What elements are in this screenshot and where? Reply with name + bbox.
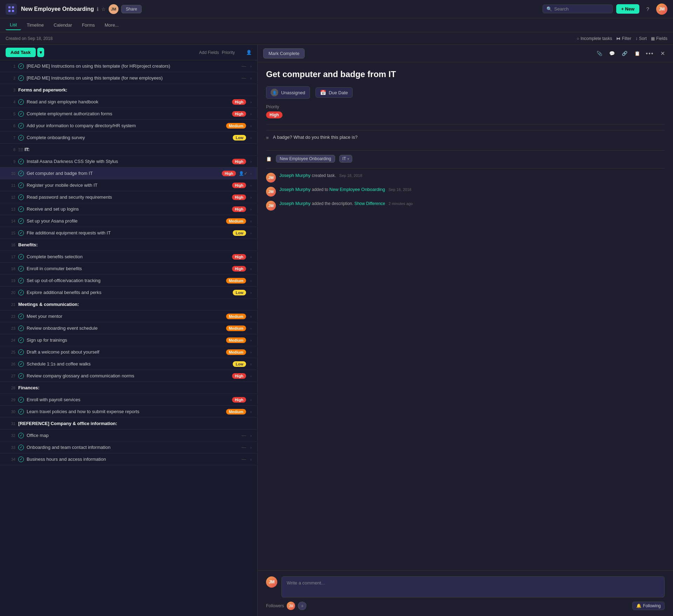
tab-calendar[interactable]: Calendar xyxy=(49,20,76,30)
attachment-button[interactable]: 📎 xyxy=(594,49,604,59)
show-difference-link[interactable]: Show Difference xyxy=(354,201,385,206)
task-row[interactable]: 12✓Read password and security requiremen… xyxy=(0,191,257,203)
task-checkbox[interactable]: ✓ xyxy=(18,326,24,331)
task-chevron-icon[interactable]: › xyxy=(250,171,252,176)
task-checkbox[interactable]: ✓ xyxy=(18,254,24,260)
task-chevron-icon[interactable]: › xyxy=(250,350,252,354)
task-row[interactable]: 5✓Complete employment authorization form… xyxy=(0,108,257,120)
info-icon[interactable]: ℹ xyxy=(97,6,98,12)
task-chevron-icon[interactable]: › xyxy=(250,100,252,104)
task-row[interactable]: 30✓Learn travel policies and how to subm… xyxy=(0,406,257,418)
task-checkbox[interactable]: ✓ xyxy=(18,433,24,438)
task-checkbox[interactable]: ✓ xyxy=(18,278,24,283)
task-row[interactable]: 11✓Register your mobile device with ITHi… xyxy=(0,179,257,191)
task-checkbox[interactable]: ✓ xyxy=(18,266,24,272)
task-row[interactable]: 22✓Meet your mentorMedium› xyxy=(0,310,257,322)
task-row[interactable]: 18✓Enroll in commuter benefitsHigh› xyxy=(0,263,257,275)
activity-user-2[interactable]: Joseph Murphy xyxy=(279,187,311,192)
incomplete-tasks-filter[interactable]: ○ Incomplete tasks xyxy=(577,36,612,41)
user-avatar[interactable]: JM xyxy=(656,4,667,15)
task-chevron-icon[interactable]: › xyxy=(250,231,252,235)
task-checkbox[interactable]: ✓ xyxy=(18,445,24,450)
it-tag[interactable]: IT ▾ xyxy=(339,155,353,163)
task-row[interactable]: 6✓Add your information to company direct… xyxy=(0,120,257,132)
task-row[interactable]: 26✓Schedule 1:1s and coffee walksLow› xyxy=(0,358,257,370)
task-checkbox[interactable]: ✓ xyxy=(18,218,24,224)
task-chevron-icon[interactable]: › xyxy=(250,255,252,259)
star-icon[interactable]: ☆ xyxy=(101,6,106,12)
add-follower-button[interactable]: + xyxy=(298,602,306,610)
assignee-icon[interactable]: 👤✓ xyxy=(239,171,247,176)
task-checkbox[interactable]: ✓ xyxy=(18,206,24,212)
task-checkbox[interactable]: ✓ xyxy=(18,337,24,343)
task-row[interactable]: 25✓Draft a welcome post about yourselfMe… xyxy=(0,346,257,358)
task-chevron-icon[interactable]: › xyxy=(250,267,252,271)
task-row[interactable]: 2✓[READ ME] Instructions on using this t… xyxy=(0,72,257,84)
task-chevron-icon[interactable]: › xyxy=(250,398,252,402)
task-checkbox[interactable]: ✓ xyxy=(18,111,24,117)
task-chevron-icon[interactable]: › xyxy=(250,207,252,211)
task-row[interactable]: 33✓Onboarding and team contact informati… xyxy=(0,442,257,453)
task-chevron-icon[interactable]: › xyxy=(250,159,252,164)
task-chevron-icon[interactable]: › xyxy=(250,410,252,414)
tab-forms[interactable]: Forms xyxy=(78,20,99,30)
share-button[interactable]: Share xyxy=(121,5,142,13)
task-row[interactable]: 23✓Review onboarding event scheduleMediu… xyxy=(0,322,257,334)
task-chevron-icon[interactable]: › xyxy=(250,195,252,199)
following-button[interactable]: 🔔 Following xyxy=(632,602,665,610)
assignee-field[interactable]: 👤 Unassigned xyxy=(266,86,310,99)
sort-button[interactable]: ↕ Sort xyxy=(635,36,647,41)
filter-button[interactable]: ⧓ Filter xyxy=(616,36,631,41)
task-checkbox[interactable]: ✓ xyxy=(18,230,24,236)
task-checkbox[interactable]: ✓ xyxy=(18,409,24,415)
task-chevron-icon[interactable]: › xyxy=(250,445,252,450)
link-button[interactable]: 🔗 xyxy=(620,49,630,59)
priority-badge[interactable]: High xyxy=(266,111,283,118)
task-chevron-icon[interactable]: › xyxy=(250,433,252,438)
more-button[interactable]: ••• xyxy=(645,49,655,59)
task-checkbox[interactable]: ✓ xyxy=(18,361,24,367)
task-chevron-icon[interactable]: › xyxy=(250,124,252,128)
task-checkbox[interactable]: ✓ xyxy=(18,99,24,105)
due-date-field[interactable]: 📅 Due Date xyxy=(315,87,353,98)
task-row[interactable]: 19✓Set up out-of-office/vacation trackin… xyxy=(0,275,257,287)
task-row[interactable]: 24✓Sign up for trainingsMedium› xyxy=(0,334,257,346)
task-chevron-icon[interactable]: › xyxy=(250,183,252,187)
comment-button[interactable]: 💬 xyxy=(607,49,617,59)
task-row[interactable]: 1✓[READ ME] Instructions on using this t… xyxy=(0,60,257,72)
task-checkbox[interactable]: ✓ xyxy=(18,63,24,69)
task-chevron-icon[interactable]: › xyxy=(250,136,252,140)
task-row[interactable]: 4✓Read and sign employee handbookHigh› xyxy=(0,96,257,108)
tab-timeline[interactable]: Timeline xyxy=(22,20,48,30)
add-task-button[interactable]: Add Task xyxy=(6,48,36,57)
task-checkbox[interactable]: ✓ xyxy=(18,135,24,141)
search-bar[interactable]: 🔍 Search xyxy=(543,5,613,13)
task-chevron-icon[interactable]: › xyxy=(250,290,252,295)
task-checkbox[interactable]: ✓ xyxy=(18,194,24,200)
add-task-dropdown-button[interactable]: ▾ xyxy=(37,48,44,57)
tab-list[interactable]: List xyxy=(6,20,21,30)
task-row[interactable]: 10✓Get computer and badge from ITHigh👤✓› xyxy=(0,167,257,179)
task-row[interactable]: 17✓Complete benefits selectionHigh› xyxy=(0,251,257,263)
task-row[interactable]: 34✓Business hours and access information… xyxy=(0,453,257,465)
comment-input[interactable]: Write a comment... xyxy=(281,576,665,597)
task-chevron-icon[interactable]: › xyxy=(250,326,252,330)
help-button[interactable]: ? xyxy=(643,4,653,14)
task-checkbox[interactable]: ✓ xyxy=(18,314,24,319)
task-row[interactable]: 32✓Office map—› xyxy=(0,430,257,442)
task-row[interactable]: 9✓Install Asana Darkness CSS Style with … xyxy=(0,156,257,167)
task-chevron-icon[interactable]: › xyxy=(250,362,252,366)
activity-project-link[interactable]: New Employee Onboarding xyxy=(329,187,385,192)
task-row[interactable]: 14✓Set up your Asana profileMedium› xyxy=(0,215,257,227)
copy-button[interactable]: 📋 xyxy=(632,49,642,59)
task-chevron-icon[interactable]: › xyxy=(250,219,252,223)
task-checkbox[interactable]: ✓ xyxy=(18,397,24,403)
tab-more[interactable]: More... xyxy=(101,20,123,30)
task-chevron-icon[interactable]: › xyxy=(250,76,252,80)
task-row[interactable]: 29✓Enroll with payroll servicesHigh› xyxy=(0,394,257,406)
app-icon[interactable] xyxy=(6,4,17,15)
task-chevron-icon[interactable]: › xyxy=(250,112,252,116)
fields-button[interactable]: ▦ Fields xyxy=(651,36,667,41)
task-chevron-icon[interactable]: › xyxy=(250,338,252,342)
task-row[interactable]: 13✓Receive and set up loginsHigh› xyxy=(0,203,257,215)
